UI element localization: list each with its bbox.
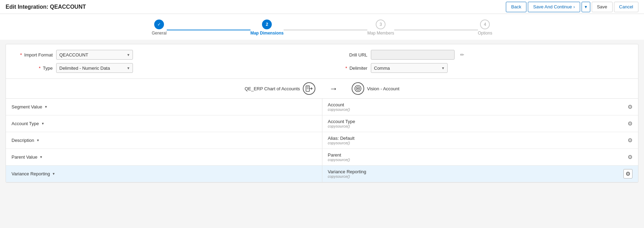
delimiter-select[interactable]: Comma [371, 63, 448, 73]
drill-url-row: Drill URL ✏ [329, 50, 630, 60]
form-section: * Import Format QEACCOUNT ▼ * Type [6, 44, 638, 79]
back-button[interactable]: Back [506, 2, 526, 12]
row-dropdown-arrow-3[interactable]: ▾ [40, 155, 42, 159]
step-2-label: Map Dimensions [250, 31, 284, 36]
step-options: 4 Options [478, 20, 492, 36]
row-right-content-4: Variance Reporting copysource() [328, 169, 366, 178]
mapping-row-left-1: Account Type ▾ [6, 118, 322, 129]
step-general: ✓ General [152, 20, 167, 36]
row-dropdown-arrow-4[interactable]: ▾ [53, 172, 55, 176]
mapping-rows: Segment Value ▾ Account copysource() ⚙ A… [6, 99, 638, 182]
svg-rect-0 [306, 86, 309, 91]
row-right-sub-1: copysource() [328, 124, 355, 128]
form-left: * Import Format QEACCOUNT ▼ * Type [14, 50, 315, 73]
step-line-3 [394, 30, 478, 30]
main-content: * Import Format QEACCOUNT ▼ * Type [6, 44, 638, 183]
row-right-content-0: Account copysource() [328, 102, 350, 112]
import-format-row: * Import Format QEACCOUNT ▼ [14, 50, 315, 60]
step-map-dimensions: 2 Map Dimensions [250, 20, 284, 36]
save-continue-button[interactable]: Save And Continue › [528, 2, 580, 12]
page-title: Edit Integration: QEACCOUNT [6, 4, 86, 10]
import-format-select[interactable]: QEACCOUNT [56, 50, 133, 60]
step-3-label: Map Members [367, 31, 394, 36]
row-right-label-1: Account Type [328, 119, 355, 124]
type-label: * Type [14, 66, 53, 71]
row-right-content-3: Parent copysource() [328, 152, 350, 162]
step-4-label: Options [478, 31, 492, 36]
row-right-content-1: Account Type copysource() [328, 119, 355, 128]
step-map-members: 3 Map Members [367, 20, 394, 36]
row-right-label-0: Account [328, 102, 350, 107]
top-bar: Edit Integration: QEACCOUNT Back Save An… [0, 0, 644, 14]
row-right-label-3: Parent [328, 152, 350, 158]
import-format-wrap: QEACCOUNT ▼ [56, 50, 133, 60]
mapping-row: Description ▾ Alias: Default copysource(… [6, 132, 638, 149]
row-dropdown-arrow-1[interactable]: ▾ [42, 121, 44, 126]
mapping-row: Segment Value ▾ Account copysource() ⚙ [6, 99, 638, 115]
type-wrap: Delimited - Numeric Data ▼ [56, 63, 133, 73]
gear-icon-2[interactable]: ⚙ [628, 137, 632, 144]
target-name-label: Vision - Account [367, 86, 399, 91]
drill-url-input[interactable] [371, 50, 455, 60]
delimiter-row: * Delimiter Comma ▼ [329, 63, 630, 73]
mapping-row: Variance Reporting ▾ Variance Reporting … [6, 166, 638, 182]
gear-icon-1[interactable]: ⚙ [628, 120, 632, 127]
row-left-label-4: Variance Reporting [12, 171, 50, 176]
mapping-arrow-icon: → [329, 84, 338, 93]
row-left-label-3: Parent Value [12, 154, 37, 160]
edit-icon[interactable]: ✏ [460, 52, 464, 58]
import-format-label: * Import Format [14, 52, 53, 58]
step-4-circle: 4 [480, 20, 490, 29]
mapping-row-right-3: Parent copysource() ⚙ [322, 150, 638, 165]
top-bar-actions: Back Save And Continue › ▾ Save Cancel [506, 2, 638, 12]
step-line-1 [167, 30, 250, 30]
step-1-label: General [152, 31, 167, 36]
mapping-row-right-0: Account copysource() ⚙ [322, 99, 638, 114]
mapping-row-right-1: Account Type copysource() ⚙ [322, 116, 638, 131]
mapping-row-right-2: Alias: Default copysource() ⚙ [322, 133, 638, 148]
mapping-row: Parent Value ▾ Parent copysource() ⚙ [6, 149, 638, 166]
mapping-row-right-4: Variance Reporting copysource() ⚙ [322, 166, 638, 181]
step-1-circle: ✓ [154, 20, 164, 29]
mapping-target: Vision - Account [352, 82, 399, 95]
row-right-sub-4: copysource() [328, 174, 366, 178]
mapping-row-left-0: Segment Value ▾ [6, 101, 322, 112]
row-right-label-4: Variance Reporting [328, 169, 366, 174]
source-name-label: QE_ERP Chart of Accounts [245, 86, 300, 91]
step-2-circle: 2 [262, 20, 272, 29]
mapping-header: QE_ERP Chart of Accounts → [6, 79, 638, 99]
type-row: * Type Delimited - Numeric Data ▼ [14, 63, 315, 73]
row-left-label-2: Description [12, 138, 34, 143]
step-line-2 [284, 30, 367, 30]
row-dropdown-arrow-0[interactable]: ▾ [45, 105, 47, 109]
row-right-label-2: Alias: Default [328, 136, 355, 141]
row-right-content-2: Alias: Default copysource() [328, 136, 355, 145]
mapping-row-left-3: Parent Value ▾ [6, 152, 322, 162]
row-right-sub-2: copysource() [328, 141, 355, 145]
save-dropdown-button[interactable]: ▾ [582, 2, 590, 12]
steps-bar: ✓ General 2 Map Dimensions 3 Map Members… [0, 14, 644, 40]
delimiter-label: * Delimiter [329, 66, 367, 71]
type-select[interactable]: Delimited - Numeric Data [56, 63, 133, 73]
row-right-sub-3: copysource() [328, 158, 350, 162]
row-left-label-0: Segment Value [12, 104, 42, 109]
save-button[interactable]: Save [592, 2, 613, 12]
row-left-label-1: Account Type [12, 121, 39, 126]
source-icon [303, 82, 315, 95]
gear-icon-0[interactable]: ⚙ [628, 104, 632, 110]
form-right: Drill URL ✏ * Delimiter Comma ▼ [329, 50, 630, 73]
row-right-sub-0: copysource() [328, 107, 350, 112]
svg-point-7 [357, 88, 359, 89]
drill-url-label: Drill URL [329, 52, 367, 58]
step-3-circle: 3 [376, 20, 385, 29]
gear-icon-4[interactable]: ⚙ [623, 169, 632, 178]
mapping-row: Account Type ▾ Account Type copysource()… [6, 115, 638, 132]
row-dropdown-arrow-2[interactable]: ▾ [37, 138, 39, 143]
mapping-row-left-2: Description ▾ [6, 135, 322, 146]
mapping-row-left-4: Variance Reporting ▾ [6, 168, 322, 179]
target-icon [352, 82, 364, 95]
cancel-button[interactable]: Cancel [614, 2, 638, 12]
mapping-source: QE_ERP Chart of Accounts [245, 82, 315, 95]
gear-icon-3[interactable]: ⚙ [628, 154, 632, 160]
delimiter-wrap: Comma ▼ [371, 63, 448, 73]
